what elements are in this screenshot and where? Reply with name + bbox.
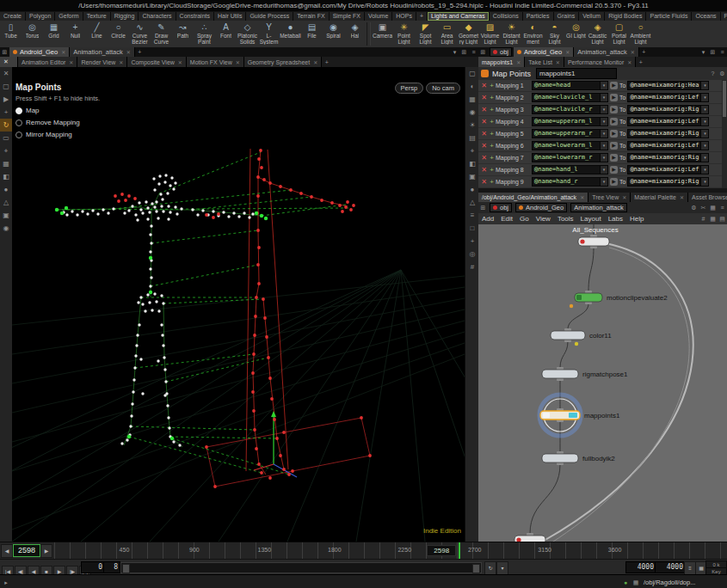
shelf-tool-circle[interactable]: ○Circle bbox=[108, 21, 129, 47]
shelf-tab-lights-and-cameras[interactable]: Lights and Cameras bbox=[428, 12, 490, 21]
network-node-color11[interactable]: color11 bbox=[551, 328, 612, 346]
close-icon[interactable]: ✕ bbox=[627, 59, 632, 65]
shelf-tab-vellum[interactable]: Vellum bbox=[579, 12, 605, 21]
close-icon[interactable]: ✕ bbox=[622, 194, 626, 200]
mapping-scrollbar[interactable] bbox=[722, 80, 727, 188]
network-tab-tree-view[interactable]: Tree View✕ bbox=[588, 193, 631, 202]
dropdown-arrow-icon[interactable]: ▾ bbox=[601, 153, 608, 162]
close-icon[interactable]: ✕ bbox=[680, 194, 684, 200]
mapping-to-field[interactable]: @name=mixamorig:Lef bbox=[627, 141, 701, 150]
shelf-tab-particles[interactable]: Particles bbox=[523, 12, 554, 21]
playback-range-slider[interactable] bbox=[120, 562, 482, 573]
dropdown-arrow-icon[interactable]: ▾ bbox=[601, 177, 608, 187]
mapping-to-field[interactable]: @name=mixamorig:Hea bbox=[627, 81, 701, 90]
add-tab-icon[interactable]: + bbox=[322, 59, 331, 65]
shelf-tab-hair-utils[interactable]: Hair Utils bbox=[214, 12, 246, 21]
shelf-tool-camera[interactable]: ▣Camera bbox=[372, 21, 393, 47]
current-frame-field[interactable]: 2598 bbox=[13, 544, 40, 557]
help-icon[interactable]: ? bbox=[708, 70, 718, 77]
list-layout-icon[interactable]: ≡ bbox=[718, 205, 727, 211]
dropdown-arrow-icon[interactable]: ▾ bbox=[601, 93, 608, 102]
dropdown-arrow-icon[interactable]: ▾ bbox=[701, 117, 709, 126]
shelf-tool-null[interactable]: +Null bbox=[65, 21, 86, 47]
remove-mapping-icon[interactable]: ✕ bbox=[480, 94, 488, 101]
pane-link-icon[interactable]: ⊞ bbox=[478, 49, 488, 56]
menu-layout[interactable]: Layout bbox=[581, 215, 601, 223]
insert-mapping-icon[interactable]: + bbox=[488, 106, 496, 113]
close-icon[interactable]: ✕ bbox=[0, 67, 12, 80]
dropdown-arrow-icon[interactable]: ▾ bbox=[601, 105, 608, 114]
network-node-item[interactable] bbox=[514, 533, 545, 542]
edges-mode-icon[interactable]: △ bbox=[0, 196, 12, 209]
menu-tools[interactable]: Tools bbox=[558, 215, 574, 223]
shelf-tool-area-light[interactable]: ▭Area Light bbox=[436, 21, 458, 47]
display-flags-icon[interactable]: # bbox=[465, 260, 479, 273]
close-icon[interactable]: ✕ bbox=[236, 59, 240, 65]
shelf-tool-font[interactable]: AFont bbox=[215, 21, 237, 47]
options-menu-icon[interactable]: ≡ bbox=[465, 209, 479, 222]
insert-mapping-icon[interactable]: + bbox=[488, 118, 496, 126]
close-icon[interactable]: ✕ bbox=[516, 59, 521, 65]
close-icon[interactable]: ✕ bbox=[61, 49, 65, 55]
node-name-field[interactable]: mappoints1 bbox=[536, 68, 617, 79]
pane-tab-render-view[interactable]: Render View✕ bbox=[77, 57, 127, 67]
shade-icon[interactable]: ◐ bbox=[465, 80, 479, 93]
shelf-tab-rigging[interactable]: Rigging bbox=[111, 12, 139, 21]
dropdown-arrow-icon[interactable]: ▾ bbox=[701, 93, 709, 102]
snapshot-icon[interactable]: ◎ bbox=[465, 248, 479, 260]
camera-lock-icon[interactable]: ⌖ bbox=[465, 144, 479, 157]
shelf-tab-simple-fx[interactable]: Simple FX bbox=[330, 12, 365, 21]
rotate-tool-icon[interactable]: ↻ bbox=[0, 119, 12, 132]
mapping-from-field[interactable]: @name=lowerarm_l bbox=[532, 141, 601, 150]
shelf-tool-torus[interactable]: ◎Torus bbox=[22, 21, 43, 47]
remove-mapping-icon[interactable]: ✕ bbox=[480, 106, 488, 113]
network-editor-canvas[interactable]: All_Sequencesmotionclipevaluate2color11r… bbox=[478, 224, 727, 542]
network-tab-asset-browser[interactable]: Asset Browser✕ bbox=[688, 193, 727, 202]
shelf-tool-draw-curve[interactable]: ✎Draw Curve bbox=[151, 21, 172, 47]
mapping-from-field[interactable]: @name=hand_r bbox=[532, 177, 601, 187]
pane-tab-geometry-spreadsheet[interactable]: Geometry Spreadsheet✕ bbox=[244, 57, 322, 67]
add-tab-icon[interactable]: + bbox=[639, 49, 649, 55]
pane-menu-icon[interactable]: ≡ bbox=[718, 49, 727, 55]
shelf-tool-platonic-solids[interactable]: ◇Platonic Solids bbox=[237, 21, 258, 47]
pane-split-icon[interactable]: ⊞ bbox=[459, 49, 469, 56]
shelf-tab-particle-fluids[interactable]: Particle Fluids bbox=[646, 12, 692, 21]
insert-mapping-icon[interactable]: + bbox=[488, 142, 496, 150]
translate-tool-icon[interactable]: + bbox=[0, 106, 12, 119]
shelf-tab-geform[interactable]: Geform bbox=[55, 12, 83, 21]
status-pin-icon[interactable]: ▸ bbox=[2, 579, 10, 586]
start-frame-field[interactable]: 0 bbox=[81, 561, 105, 573]
shelf-tool-distant-light[interactable]: ☀Distant Light bbox=[501, 21, 522, 47]
shelf-tab-item[interactable]: + bbox=[416, 12, 428, 21]
points-display-icon[interactable]: ● bbox=[465, 183, 479, 196]
remove-mapping-icon[interactable]: ✕ bbox=[480, 130, 488, 138]
network-node-mappoints1[interactable]: mappoints1 bbox=[539, 395, 620, 436]
mapping-option-remove-mapping[interactable]: Remove Mapping bbox=[15, 119, 145, 126]
network-graph[interactable]: All_Sequencesmotionclipevaluate2color11r… bbox=[478, 224, 727, 542]
persp-view-button[interactable]: Persp bbox=[395, 83, 424, 94]
shelf-tab-polygon[interactable]: Polygon bbox=[26, 12, 55, 21]
network-node-fullbodyik2[interactable]: fullbodyik2 bbox=[542, 451, 615, 465]
network-node-motionclipevaluate2[interactable]: motionclipevaluate2 bbox=[570, 291, 668, 308]
close-icon[interactable]: ✕ bbox=[556, 59, 560, 65]
pane-tab-motion-fx-view[interactable]: Motion FX View✕ bbox=[187, 57, 244, 67]
dropdown-arrow-icon[interactable]: ▾ bbox=[601, 129, 608, 138]
snap-icon[interactable]: # bbox=[699, 216, 708, 222]
mapping-from-field[interactable]: @name=lowerarm_r bbox=[532, 153, 601, 162]
mapping-from-field[interactable]: @name=upperarm_l bbox=[532, 117, 601, 126]
mapping-option-map[interactable]: Map bbox=[15, 107, 145, 114]
shelf-tool-gi-light[interactable]: ◎GI Light bbox=[565, 21, 587, 47]
pane-tab-animation-attack[interactable]: Animation_attack✕ bbox=[70, 47, 135, 57]
insert-mapping-icon[interactable]: + bbox=[488, 94, 496, 101]
dropdown-arrow-icon[interactable]: ▾ bbox=[701, 141, 709, 150]
objects-mode-icon[interactable]: ◉ bbox=[0, 222, 12, 235]
handles-tool-icon[interactable]: ⌖ bbox=[0, 144, 12, 157]
shelf-tool-volume-light[interactable]: ▨Volume Light bbox=[479, 21, 501, 47]
shelf-tool-geometry-light[interactable]: ◆Geometry Light bbox=[458, 21, 479, 47]
scale-tool-icon[interactable]: ▭ bbox=[0, 132, 12, 144]
menu-help[interactable]: Help bbox=[630, 215, 644, 223]
shelf-tool-point-light[interactable]: ✳Point Light bbox=[393, 21, 415, 47]
vertices-display-icon[interactable]: △ bbox=[465, 196, 479, 209]
shelf-tab-texture[interactable]: Texture bbox=[83, 12, 111, 21]
dropdown-arrow-icon[interactable]: ▾ bbox=[701, 165, 709, 175]
